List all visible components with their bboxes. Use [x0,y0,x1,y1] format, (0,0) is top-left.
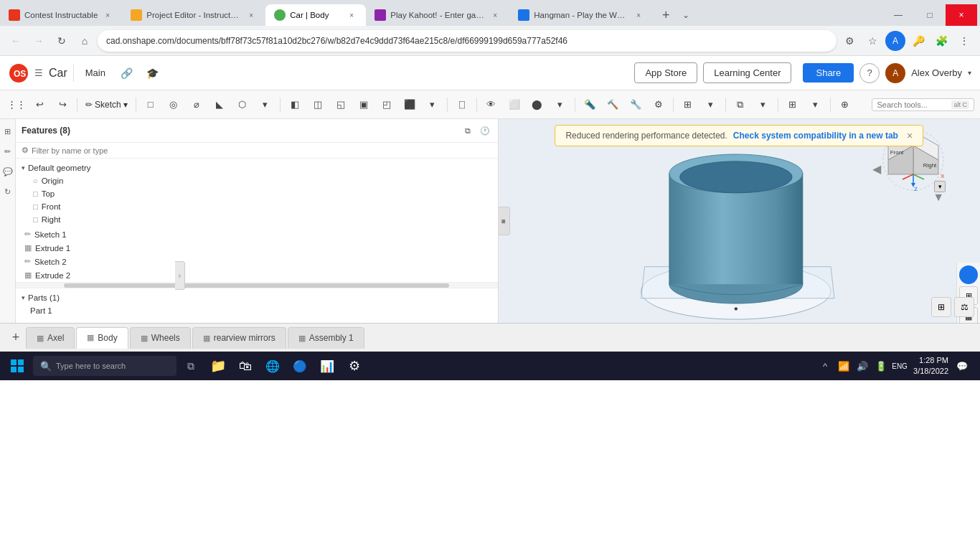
icon-strip-btn-4[interactable]: ↻ [1,185,14,198]
app-menu-icon[interactable]: ☰ [34,67,43,78]
edge-icon[interactable]: 🌐 [260,353,286,379]
redo-button[interactable]: ↪ [52,95,73,115]
tab-hangman[interactable]: Hangman - Play the Word G... × [509,4,653,26]
toolbar-btn-10[interactable]: ▣ [353,95,374,115]
add-tab-button[interactable]: + [6,328,26,348]
extension-btn-1[interactable]: 🔑 [908,31,928,51]
icon-strip-btn-3[interactable]: 💬 [1,165,14,178]
task-view-icon[interactable]: ⧉ [178,353,204,379]
toolbar-btn-9[interactable]: ◱ [330,95,352,115]
settings-icon[interactable]: ⚙ [341,353,367,379]
tree-item-sketch2[interactable]: ✏ Sketch 2 [16,255,498,268]
reload-button[interactable]: ↻ [52,31,72,51]
maximize-button[interactable]: □ [914,4,946,26]
tab-project-editor[interactable]: Project Editor - Instructables × [122,4,265,26]
taskbar-clock[interactable]: 1:28 PM 3/18/2022 [909,355,953,377]
grid-snap-btn[interactable]: ⊞ [931,297,951,317]
tree-section-header-default[interactable]: ▾ Default geometry [16,161,498,174]
tree-item-origin[interactable]: ○ Origin [16,174,498,187]
extensions-icon[interactable]: ⚙ [839,31,859,51]
link-icon[interactable]: 🔗 [117,63,137,83]
toolbar-btn-22[interactable]: ⚙ [648,95,669,115]
btab-rearview-mirrors[interactable]: ▦ rearview mirrors [192,327,286,349]
graduation-icon[interactable]: 🎓 [143,63,163,83]
toolbar-btn-13[interactable]: ▾ [422,95,443,115]
panel-collapse-btn[interactable]: ≡ [499,207,510,235]
tree-item-front[interactable]: □ Front [16,200,498,213]
forward-button[interactable]: → [29,31,49,51]
toolbar-btn-4[interactable]: ◣ [209,95,230,115]
features-history-btn[interactable]: 🕐 [478,123,492,138]
toolbar-btn-18[interactable]: ▾ [550,95,571,115]
tree-item-sketch1[interactable]: ✏ Sketch 1 [16,227,498,241]
toolbar-btn-1[interactable]: □ [140,95,161,115]
store-icon[interactable]: 🛍 [232,353,258,379]
rp-color-btn-1[interactable] [959,265,978,284]
sidebar-collapse-handle[interactable]: › [175,261,185,290]
browser-menu[interactable]: ⋮ [954,31,974,51]
tab-contest-instructable[interactable]: Contest Instructable × [0,4,122,26]
tree-item-extrude1[interactable]: ▦ Extrude 1 [16,241,498,255]
horizontal-scrollbar[interactable] [16,282,498,288]
icon-strip-btn-2[interactable]: ✏ [1,145,14,158]
toolbar-btn-7[interactable]: ◧ [284,95,306,115]
tree-item-part1[interactable]: Part 1 [16,304,498,317]
toolbar-btn-23[interactable]: ⊞ [677,95,699,115]
nav-cube-left-arrow[interactable]: ◀ [872,162,881,176]
show-desktop-btn[interactable] [971,352,977,380]
back-button[interactable]: ← [6,31,26,51]
extension-btn-2[interactable]: 🧩 [931,31,951,51]
toolbar-btn-11[interactable]: ◰ [376,95,397,115]
user-avatar[interactable]: A [885,63,905,83]
user-name[interactable]: Alex Overby [911,67,962,78]
file-explorer-icon[interactable]: 📁 [205,353,231,379]
sketch-dropdown[interactable]: ✏ Sketch ▾ [81,100,132,110]
toolbar-btn-12[interactable]: ⬛ [399,95,420,115]
new-tab-button[interactable]: + [656,5,676,25]
tree-item-top[interactable]: □ Top [16,187,498,200]
undo-button[interactable]: ↩ [29,95,50,115]
toolbar-btn-14[interactable]: ⎕ [451,95,473,115]
toolbar-btn-8[interactable]: ◫ [307,95,329,115]
toolbar-btn-25[interactable]: ⧉ [730,95,751,115]
minimize-button[interactable]: — [882,4,914,26]
show-hidden-icons[interactable]: ^ [817,358,833,374]
toolbar-btn-15[interactable]: 👁 [481,95,502,115]
filter-input[interactable] [32,146,492,155]
toolbar-btn-6[interactable]: ▾ [255,95,276,115]
toolbar-btn-3[interactable]: ⌀ [186,95,207,115]
tab-kahoot[interactable]: Play Kahoot! - Enter game P... × [366,4,509,26]
help-button[interactable]: ? [859,63,880,83]
toolbar-btn-28[interactable]: ▾ [805,95,826,115]
toolbar-btn-21[interactable]: 🔧 [625,95,646,115]
viewport[interactable]: Reduced rendering performance detected. … [499,119,981,323]
app-store-button[interactable]: App Store [634,62,697,83]
toolbar-btn-26[interactable]: ▾ [753,95,774,115]
toolbar-btn-19[interactable]: 🔦 [579,95,600,115]
toolbar-btn-17[interactable]: ⬤ [527,95,548,115]
parts-section-header[interactable]: ▾ Parts (1) [16,291,498,304]
tab-close-btn[interactable]: × [245,9,257,21]
start-button[interactable] [3,352,32,380]
learning-center-button[interactable]: Learning Center [703,62,791,83]
bookmark-icon[interactable]: ☆ [862,31,882,51]
battery-icon[interactable]: 🔋 [873,358,889,374]
home-button[interactable]: ⌂ [75,31,95,51]
close-button[interactable]: × [946,4,977,26]
features-copy-btn[interactable]: ⧉ [461,123,475,138]
tab-close-btn[interactable]: × [633,9,644,21]
tab-close-btn[interactable]: × [346,9,357,21]
toolbar-btn-29[interactable]: ⊕ [834,95,856,115]
notifications-icon[interactable]: 💬 [954,358,970,374]
address-input[interactable] [98,30,837,52]
notification-close-btn[interactable]: × [907,130,913,141]
btab-assembly1[interactable]: ▦ Assembly 1 [288,327,364,349]
profile-icon[interactable]: A [885,31,905,51]
tab-car-body[interactable]: Car | Body × [265,4,366,26]
toolbar-btn-20[interactable]: 🔨 [602,95,623,115]
toolbar-menu-btn[interactable]: ⋮⋮ [6,95,27,115]
network-icon[interactable]: 📶 [836,358,852,374]
tree-item-right[interactable]: □ Right [16,213,498,226]
tree-item-extrude2[interactable]: ▦ Extrude 2 [16,268,498,282]
tab-overflow-menu[interactable]: ⌄ [676,5,696,25]
